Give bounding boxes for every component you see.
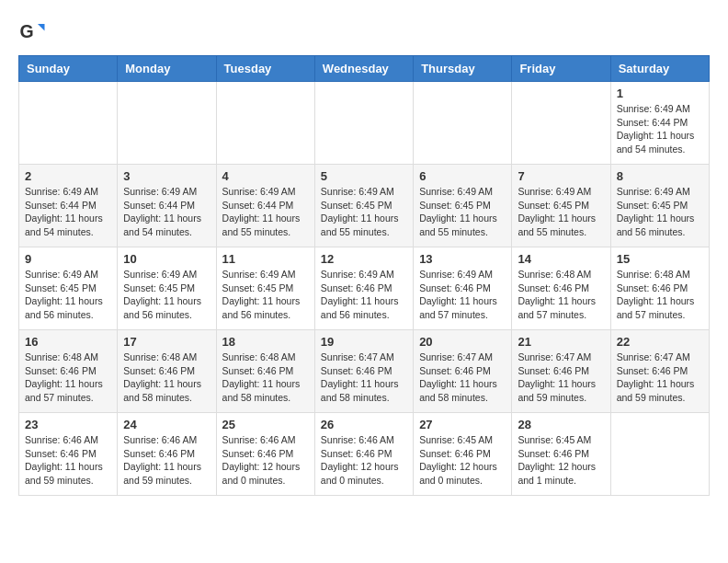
calendar-cell: 24Sunrise: 6:46 AM Sunset: 6:46 PM Dayli… <box>118 413 216 496</box>
day-number: 8 <box>617 169 703 183</box>
day-number: 24 <box>123 418 210 431</box>
calendar-cell: 13Sunrise: 6:49 AM Sunset: 6:46 PM Dayli… <box>414 247 512 330</box>
day-info: Sunrise: 6:47 AM Sunset: 6:46 PM Dayligh… <box>419 350 506 405</box>
calendar-cell: 8Sunrise: 6:49 AM Sunset: 6:45 PM Daylig… <box>610 165 709 247</box>
day-number: 12 <box>321 252 407 266</box>
day-info: Sunrise: 6:48 AM Sunset: 6:46 PM Dayligh… <box>617 268 703 322</box>
day-number: 10 <box>123 252 210 266</box>
calendar-cell: 25Sunrise: 6:46 AM Sunset: 6:46 PM Dayli… <box>216 413 314 496</box>
calendar-cell: 12Sunrise: 6:49 AM Sunset: 6:46 PM Dayli… <box>314 247 413 330</box>
day-number: 20 <box>419 335 506 349</box>
day-number: 2 <box>25 169 111 183</box>
day-number: 15 <box>617 252 703 266</box>
weekday-header: Saturday <box>610 56 709 82</box>
calendar-cell <box>118 82 216 165</box>
day-number: 14 <box>518 252 604 266</box>
weekday-header: Wednesday <box>314 56 413 82</box>
calendar-week-row: 9Sunrise: 6:49 AM Sunset: 6:45 PM Daylig… <box>19 247 710 330</box>
day-number: 18 <box>222 335 309 349</box>
calendar-cell: 16Sunrise: 6:48 AM Sunset: 6:46 PM Dayli… <box>19 330 118 413</box>
weekday-header: Thursday <box>414 56 512 82</box>
day-info: Sunrise: 6:47 AM Sunset: 6:46 PM Dayligh… <box>321 350 407 405</box>
weekday-header: Friday <box>512 56 610 82</box>
day-info: Sunrise: 6:46 AM Sunset: 6:46 PM Dayligh… <box>123 433 210 488</box>
calendar-cell: 1Sunrise: 6:49 AM Sunset: 6:44 PM Daylig… <box>610 82 709 165</box>
day-info: Sunrise: 6:46 AM Sunset: 6:46 PM Dayligh… <box>222 433 309 488</box>
calendar-cell: 26Sunrise: 6:46 AM Sunset: 6:46 PM Dayli… <box>314 413 413 496</box>
calendar-cell <box>512 82 610 165</box>
calendar-cell: 28Sunrise: 6:45 AM Sunset: 6:46 PM Dayli… <box>512 413 610 496</box>
calendar-cell: 3Sunrise: 6:49 AM Sunset: 6:44 PM Daylig… <box>118 165 216 247</box>
calendar-week-row: 23Sunrise: 6:46 AM Sunset: 6:46 PM Dayli… <box>19 413 710 496</box>
day-number: 27 <box>419 418 506 431</box>
day-info: Sunrise: 6:47 AM Sunset: 6:46 PM Dayligh… <box>518 350 604 405</box>
day-info: Sunrise: 6:49 AM Sunset: 6:44 PM Dayligh… <box>617 102 703 156</box>
day-number: 26 <box>321 418 407 431</box>
day-number: 13 <box>419 252 506 266</box>
day-info: Sunrise: 6:46 AM Sunset: 6:46 PM Dayligh… <box>321 433 407 488</box>
calendar-cell: 11Sunrise: 6:49 AM Sunset: 6:45 PM Dayli… <box>216 247 314 330</box>
calendar-cell: 27Sunrise: 6:45 AM Sunset: 6:46 PM Dayli… <box>414 413 512 496</box>
day-info: Sunrise: 6:49 AM Sunset: 6:45 PM Dayligh… <box>123 268 210 322</box>
calendar-cell: 18Sunrise: 6:48 AM Sunset: 6:46 PM Dayli… <box>216 330 314 413</box>
calendar-cell: 4Sunrise: 6:49 AM Sunset: 6:44 PM Daylig… <box>216 165 314 247</box>
calendar-cell <box>19 82 118 165</box>
day-info: Sunrise: 6:49 AM Sunset: 6:45 PM Dayligh… <box>419 185 506 239</box>
day-number: 17 <box>123 335 210 349</box>
day-number: 5 <box>321 169 407 183</box>
day-info: Sunrise: 6:49 AM Sunset: 6:44 PM Dayligh… <box>222 185 309 239</box>
day-info: Sunrise: 6:49 AM Sunset: 6:45 PM Dayligh… <box>25 268 111 322</box>
calendar-cell: 20Sunrise: 6:47 AM Sunset: 6:46 PM Dayli… <box>414 330 512 413</box>
day-info: Sunrise: 6:47 AM Sunset: 6:46 PM Dayligh… <box>617 350 703 405</box>
day-number: 21 <box>518 335 604 349</box>
day-number: 23 <box>25 418 111 431</box>
calendar-cell: 15Sunrise: 6:48 AM Sunset: 6:46 PM Dayli… <box>610 247 709 330</box>
calendar-cell <box>314 82 413 165</box>
day-info: Sunrise: 6:49 AM Sunset: 6:44 PM Dayligh… <box>25 185 111 239</box>
calendar-cell: 9Sunrise: 6:49 AM Sunset: 6:45 PM Daylig… <box>19 247 118 330</box>
calendar-header-row: SundayMondayTuesdayWednesdayThursdayFrid… <box>19 56 710 82</box>
calendar-cell: 21Sunrise: 6:47 AM Sunset: 6:46 PM Dayli… <box>512 330 610 413</box>
calendar-cell: 14Sunrise: 6:48 AM Sunset: 6:46 PM Dayli… <box>512 247 610 330</box>
day-number: 7 <box>518 169 604 183</box>
svg-marker-1 <box>38 24 45 31</box>
calendar-week-row: 16Sunrise: 6:48 AM Sunset: 6:46 PM Dayli… <box>19 330 710 413</box>
calendar-cell: 6Sunrise: 6:49 AM Sunset: 6:45 PM Daylig… <box>414 165 512 247</box>
header: G <box>18 18 710 46</box>
day-info: Sunrise: 6:49 AM Sunset: 6:45 PM Dayligh… <box>518 185 604 239</box>
day-info: Sunrise: 6:49 AM Sunset: 6:46 PM Dayligh… <box>419 268 506 322</box>
day-number: 16 <box>25 335 111 349</box>
weekday-header: Sunday <box>19 56 118 82</box>
weekday-header: Tuesday <box>216 56 314 82</box>
day-info: Sunrise: 6:49 AM Sunset: 6:45 PM Dayligh… <box>321 185 407 239</box>
calendar-cell: 19Sunrise: 6:47 AM Sunset: 6:46 PM Dayli… <box>314 330 413 413</box>
weekday-header: Monday <box>118 56 216 82</box>
calendar-cell: 10Sunrise: 6:49 AM Sunset: 6:45 PM Dayli… <box>118 247 216 330</box>
calendar-cell <box>414 82 512 165</box>
calendar-cell: 23Sunrise: 6:46 AM Sunset: 6:46 PM Dayli… <box>19 413 118 496</box>
day-number: 3 <box>123 169 210 183</box>
day-info: Sunrise: 6:48 AM Sunset: 6:46 PM Dayligh… <box>25 350 111 405</box>
day-info: Sunrise: 6:45 AM Sunset: 6:46 PM Dayligh… <box>518 433 604 488</box>
day-number: 25 <box>222 418 309 431</box>
day-number: 19 <box>321 335 407 349</box>
day-info: Sunrise: 6:48 AM Sunset: 6:46 PM Dayligh… <box>123 350 210 405</box>
day-number: 28 <box>518 418 604 431</box>
day-number: 11 <box>222 252 309 266</box>
day-info: Sunrise: 6:48 AM Sunset: 6:46 PM Dayligh… <box>518 268 604 322</box>
calendar-cell: 22Sunrise: 6:47 AM Sunset: 6:46 PM Dayli… <box>610 330 709 413</box>
logo: G <box>18 18 50 46</box>
calendar-cell: 17Sunrise: 6:48 AM Sunset: 6:46 PM Dayli… <box>118 330 216 413</box>
calendar-cell <box>610 413 709 496</box>
day-number: 6 <box>419 169 506 183</box>
day-number: 22 <box>617 335 703 349</box>
svg-text:G: G <box>20 21 34 41</box>
day-info: Sunrise: 6:45 AM Sunset: 6:46 PM Dayligh… <box>419 433 506 488</box>
day-info: Sunrise: 6:49 AM Sunset: 6:44 PM Dayligh… <box>123 185 210 239</box>
calendar-cell: 2Sunrise: 6:49 AM Sunset: 6:44 PM Daylig… <box>19 165 118 247</box>
calendar-cell <box>216 82 314 165</box>
calendar-table: SundayMondayTuesdayWednesdayThursdayFrid… <box>18 55 710 496</box>
calendar-cell: 5Sunrise: 6:49 AM Sunset: 6:45 PM Daylig… <box>314 165 413 247</box>
day-number: 4 <box>222 169 309 183</box>
day-info: Sunrise: 6:49 AM Sunset: 6:45 PM Dayligh… <box>617 185 703 239</box>
